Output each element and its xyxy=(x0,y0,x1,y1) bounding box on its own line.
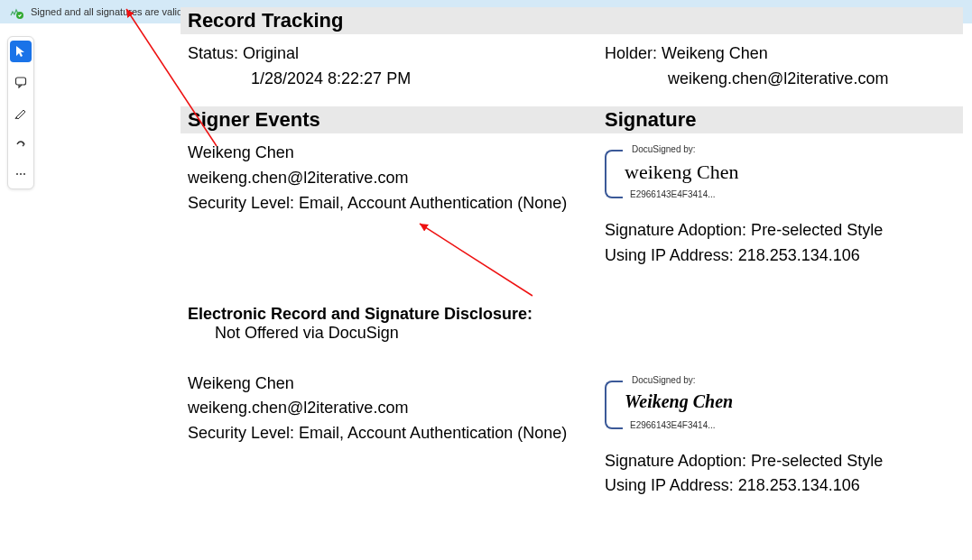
holder-label: Holder: xyxy=(605,44,657,62)
signature-ip: Using IP Address: 218.253.134.106 xyxy=(605,473,956,499)
more-tools[interactable] xyxy=(10,163,32,185)
signer-name: Weikeng Chen xyxy=(188,372,590,397)
disclosure-subtitle: Not Offered via DocuSign xyxy=(188,324,590,343)
docusigned-by-label: DocuSigned by: xyxy=(630,375,698,385)
signature-frame-icon xyxy=(605,381,623,429)
signer-name: Weikeng Chen xyxy=(188,141,590,166)
holder-name: Weikeng Chen xyxy=(662,44,768,62)
signer-events-header: Signer Events xyxy=(181,106,597,133)
record-tracking-header: Record Tracking xyxy=(181,7,963,34)
signature-adoption: Signature Adoption: Pre-selected Style xyxy=(605,218,956,243)
svg-point-3 xyxy=(20,173,22,175)
eraser-tool[interactable] xyxy=(10,133,32,154)
signature-frame-icon xyxy=(605,150,623,198)
record-timestamp: 1/28/2024 8:22:27 PM xyxy=(188,67,590,92)
signature-id: E2966143E4F3414... xyxy=(630,420,716,430)
annotation-toolbar xyxy=(7,36,34,189)
pen-tool[interactable] xyxy=(10,102,32,124)
holder-line: Holder: Weikeng Chen xyxy=(605,41,956,67)
status-value: Original xyxy=(243,44,299,62)
docusigned-by-label: DocuSigned by: xyxy=(630,144,698,154)
signature-valid-icon xyxy=(9,5,23,19)
comment-tool[interactable] xyxy=(10,71,32,93)
disclosure-title: Electronic Record and Signature Disclosu… xyxy=(188,305,590,324)
signer-security: Security Level: Email, Account Authentic… xyxy=(188,421,590,446)
signature-script: Weikeng Chen xyxy=(625,391,733,412)
signer-email: weikeng.chen@l2iterative.com xyxy=(188,166,590,191)
cursor-tool[interactable] xyxy=(10,41,32,62)
signature-ip: Using IP Address: 218.253.134.106 xyxy=(605,243,956,269)
holder-email: weikeng.chen@l2iterative.com xyxy=(605,67,956,92)
signature-block: DocuSigned by: Weikeng Chen E2966143E4F3… xyxy=(605,375,758,440)
svg-point-2 xyxy=(16,173,18,175)
signature-script: weikeng Chen xyxy=(625,161,738,184)
signature-id: E2966143E4F3414... xyxy=(630,189,716,199)
signature-header: Signature xyxy=(597,106,963,133)
signature-adoption: Signature Adoption: Pre-selected Style xyxy=(605,449,956,474)
signer-security: Security Level: Email, Account Authentic… xyxy=(188,191,590,216)
svg-rect-1 xyxy=(16,78,26,85)
status-label: Status: xyxy=(188,44,238,62)
svg-point-4 xyxy=(23,173,25,175)
document-viewport: Record Tracking Status: Original 1/28/20… xyxy=(126,23,972,560)
signer-email: weikeng.chen@l2iterative.com xyxy=(188,396,590,421)
status-line: Status: Original xyxy=(188,41,590,67)
signature-block: DocuSigned by: weikeng Chen E2966143E4F3… xyxy=(605,144,758,209)
